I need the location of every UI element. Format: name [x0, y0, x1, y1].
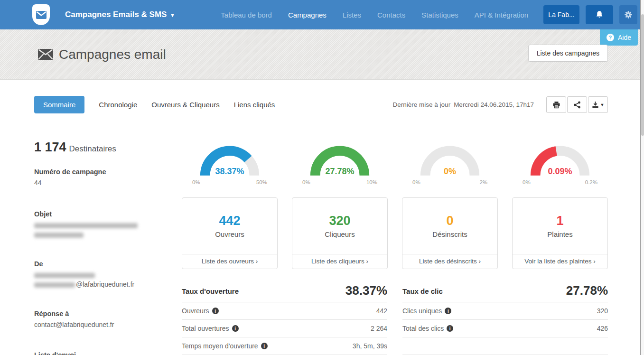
gauge-max: 50%: [256, 179, 267, 185]
page-title: Campagnes email: [38, 47, 166, 62]
info-icon[interactable]: i: [212, 308, 219, 314]
toolbar-right: Dernière mise à jour Mercredi 24.06.2015…: [393, 96, 608, 113]
info-icon[interactable]: i: [445, 308, 451, 314]
help-icon: ?: [607, 34, 614, 41]
nav-contacts[interactable]: Contacts: [377, 11, 405, 19]
table-row-empty: [402, 337, 608, 355]
complaints-list-link[interactable]: Voir la liste des plaintes ›: [513, 254, 607, 269]
field-reply-to: Réponse à contact@lafabriquedunet.fr: [34, 310, 162, 329]
tab-chronologie[interactable]: Chronologie: [99, 96, 137, 113]
settings-button[interactable]: [619, 5, 637, 24]
recipients-count: 1 174: [34, 140, 66, 154]
gauge-min: 0%: [192, 179, 200, 185]
scrollbar-thumb[interactable]: [641, 14, 644, 136]
campaign-meta-sidebar: 1 174Destinataires Numéro de campagne 44…: [34, 135, 162, 355]
share-icon: [573, 101, 581, 109]
notifications-button[interactable]: [586, 5, 613, 24]
table-rate: 27.78%: [566, 283, 608, 298]
tab-liens-cliques[interactable]: Liens cliqués: [234, 96, 275, 113]
campaign-list-button[interactable]: Liste des campagnes: [528, 45, 608, 62]
logo-envelope-icon: [36, 11, 47, 19]
info-icon[interactable]: i: [232, 325, 239, 332]
nav-listes[interactable]: Listes: [343, 11, 361, 19]
field-campaign-number: Numéro de campagne 44: [34, 168, 162, 187]
info-icon[interactable]: i: [261, 343, 268, 349]
report-tabs: Sommaire Chronologie Ouvreurs & Cliqueur…: [34, 96, 275, 113]
nav-statistiques[interactable]: Statistiques: [421, 11, 458, 19]
card-cliqueurs: 320 Cliqueurs Liste des cliqueurs ›: [292, 197, 388, 269]
table-row: Temps moyen d'ouverturei 3h, 5m, 39s: [182, 337, 387, 355]
redacted-text: [34, 282, 75, 288]
report-toolbar: Sommaire Chronologie Ouvreurs & Cliqueur…: [34, 96, 608, 113]
table-row: Total ouverturesi 2 264: [182, 320, 387, 337]
share-button[interactable]: [567, 96, 587, 113]
card-label: Cliqueurs: [325, 230, 355, 238]
info-icon[interactable]: i: [447, 325, 453, 332]
gauge-max: 0.2%: [585, 179, 597, 185]
recipients-label: Destinataires: [69, 144, 116, 153]
main-content: Sommaire Chronologie Ouvreurs & Cliqueur…: [0, 96, 644, 355]
nav-tableau-de-bord[interactable]: Tableau de bord: [221, 11, 272, 19]
nav-api-integration[interactable]: API & Intégration: [475, 11, 528, 19]
open-rate-table: Taux d'ouverture 38.37% Ouvreursi 442 To…: [182, 283, 387, 355]
gauge-open-rate: 38.37% 0% 50%: [182, 146, 278, 185]
gauge-click-rate: 27.78% 0% 10%: [292, 146, 388, 185]
card-count: 1: [556, 214, 563, 228]
scrollbar[interactable]: [640, 0, 644, 355]
gauge-value: 27.78%: [309, 167, 371, 177]
bell-icon: [595, 10, 604, 19]
stat-cards-row: 442 Ouvreurs Liste des ouvreurs › 320 Cl…: [182, 197, 608, 269]
card-label: Désinscrits: [432, 230, 467, 238]
account-button[interactable]: La Fab...: [543, 5, 579, 24]
brand-title: Campagnes Emails & SMS: [65, 10, 167, 19]
envelope-icon: [38, 49, 53, 60]
card-label: Plaintes: [547, 230, 572, 238]
help-label: Aide: [618, 34, 631, 41]
redacted-text: [34, 233, 84, 238]
field-subject: Objet: [34, 210, 162, 239]
topbar-actions: La Fab...: [543, 5, 637, 24]
help-tab[interactable]: ? Aide: [600, 29, 638, 46]
gauge-value: 38.37%: [199, 167, 261, 177]
product-switcher[interactable]: Campagnes Emails & SMS▼: [65, 10, 175, 19]
redacted-text: [34, 223, 138, 228]
printer-icon: [552, 101, 560, 109]
table-row: Total des clicsi 426: [402, 320, 608, 337]
gauge-min: 0%: [302, 179, 310, 185]
click-rate-table: Taux de clic 27.78% Clics uniquesi 320 T…: [402, 283, 608, 355]
topbar: Campagnes Emails & SMS▼ Tableau de bord …: [0, 0, 644, 29]
tab-ouvreurs-cliqueurs[interactable]: Ouvreurs & Cliqueurs: [151, 96, 219, 113]
download-icon: [592, 101, 599, 108]
table-row: Ouvreursi 442: [182, 302, 387, 320]
unsubscribers-list-link[interactable]: Liste des désinscrits ›: [402, 254, 497, 269]
print-button[interactable]: [546, 96, 566, 113]
caret-down-icon: ▼: [600, 103, 605, 107]
redacted-text: [34, 273, 95, 278]
card-label: Ouvreurs: [215, 230, 244, 238]
table-row: Clics uniquesi 320: [402, 302, 608, 320]
caret-down-icon: ▼: [169, 12, 175, 19]
card-plaintes: 1 Plaintes Voir la liste des plaintes ›: [512, 197, 608, 269]
gauge-complaint-rate: 0.09% 0% 0.2%: [512, 146, 608, 185]
field-from: De @lafabriquedunet.fr: [34, 260, 162, 289]
last-update-label: Dernière mise à jour: [393, 101, 451, 108]
subject-redacted: [34, 220, 162, 239]
gauge-value: 0%: [419, 167, 481, 177]
gauge-min: 0%: [412, 179, 420, 185]
from-visible-text: @lafabriquedunet.fr: [76, 280, 134, 288]
main-nav: Tableau de bord Campagnes Listes Contact…: [221, 11, 528, 19]
tab-sommaire[interactable]: Sommaire: [34, 96, 84, 113]
app-logo-icon[interactable]: [32, 4, 50, 25]
from-redacted: @lafabriquedunet.fr: [34, 270, 162, 289]
stats-column: 38.37% 0% 50% 27.78%: [182, 135, 608, 355]
gauge-max: 2%: [479, 179, 487, 185]
clickers-list-link[interactable]: Liste des cliqueurs ›: [292, 254, 387, 269]
stat-tables-row: Taux d'ouverture 38.37% Ouvreursi 442 To…: [182, 283, 608, 355]
openers-list-link[interactable]: Liste des ouvreurs ›: [182, 254, 277, 269]
page-header: ? Aide Campagnes email Liste des campagn…: [0, 29, 644, 80]
table-title: Taux de clic: [402, 287, 443, 298]
nav-campagnes[interactable]: Campagnes: [288, 11, 327, 19]
download-button[interactable]: ▼: [588, 96, 608, 113]
card-count: 320: [329, 214, 350, 228]
gauge-value: 0.09%: [529, 167, 591, 177]
